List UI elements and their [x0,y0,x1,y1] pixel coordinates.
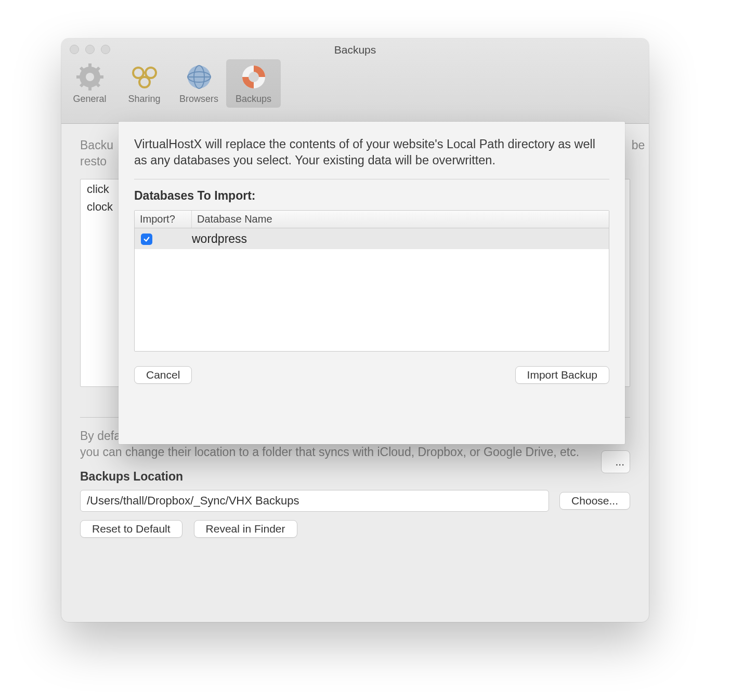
sharing-icon [131,63,158,90]
svg-point-12 [139,77,150,87]
databases-table: Import? Database Name wordpress [134,210,609,352]
import-backup-sheet: VirtualHostX will replace the contents o… [119,122,625,444]
import-backup-button[interactable]: Import Backup [515,366,609,384]
tab-label: Backups [226,94,281,105]
tab-general[interactable]: General [62,59,117,108]
reveal-in-finder-button[interactable]: Reveal in Finder [194,520,297,538]
svg-line-7 [96,83,99,86]
column-name-header[interactable]: Database Name [192,211,609,228]
reset-to-default-button[interactable]: Reset to Default [80,520,182,538]
svg-point-11 [146,68,156,78]
svg-line-6 [81,68,84,71]
gear-icon [76,63,103,90]
database-name-cell: wordpress [192,232,609,246]
preferences-toolbar: General Sharing Browsers Backups [62,59,281,108]
titlebar: Backups General Sharing Browsers [61,38,649,124]
tab-sharing[interactable]: Sharing [117,59,172,108]
globe-icon [186,63,213,90]
backups-location-path[interactable]: /Users/thall/Dropbox/_Sync/VHX Backups [80,490,549,512]
checkmark-icon [143,236,150,243]
life-preserver-icon [240,63,267,90]
import-checkbox[interactable] [141,234,152,245]
sheet-message: VirtualHostX will replace the contents o… [134,136,609,168]
tab-browsers[interactable]: Browsers [172,59,226,108]
sheet-divider [134,179,609,179]
svg-line-9 [81,83,84,86]
databases-to-import-heading: Databases To Import: [134,189,609,203]
tab-label: Browsers [172,94,226,105]
window-title: Backups [61,44,649,56]
svg-point-10 [133,68,143,78]
tab-label: Sharing [117,94,172,105]
hidden-button-edge[interactable]: ... [601,450,630,473]
column-import-header[interactable]: Import? [135,211,192,228]
backups-location-heading: Backups Location [80,470,630,484]
svg-point-1 [86,73,94,81]
svg-line-8 [96,68,99,71]
table-header: Import? Database Name [135,211,609,228]
table-row[interactable]: wordpress [135,228,609,249]
svg-point-18 [249,72,259,82]
choose-location-button[interactable]: Choose... [559,492,630,510]
tab-label: General [62,94,117,105]
cancel-button[interactable]: Cancel [134,366,192,384]
tab-backups[interactable]: Backups [226,59,281,108]
